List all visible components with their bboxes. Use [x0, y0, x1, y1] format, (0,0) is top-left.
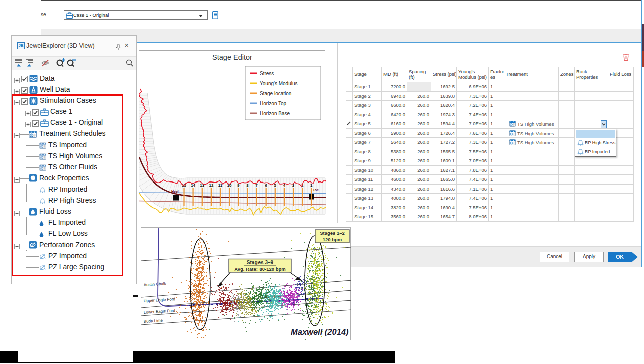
svg-text:7: 7 — [255, 183, 258, 188]
svg-text:Stages 1–2: Stages 1–2 — [320, 230, 345, 236]
svg-text:12: 12 — [209, 183, 213, 188]
svg-text:Toe: Toe — [313, 188, 319, 192]
svg-text:Maxwell (2014): Maxwell (2014) — [291, 327, 349, 336]
svg-text:Avg. Rate: 80-120 bpm: Avg. Rate: 80-120 bpm — [234, 266, 286, 272]
svg-text:1: 1 — [310, 183, 313, 188]
svg-text:Austin Chalk: Austin Chalk — [144, 281, 167, 287]
svg-text:6: 6 — [265, 183, 267, 188]
svg-text:Stages 3–9: Stages 3–9 — [247, 260, 274, 265]
svg-text:Young's Modulus: Young's Modulus — [260, 81, 297, 86]
svg-text:14: 14 — [191, 183, 195, 188]
svg-text:Horizon Base: Horizon Base — [260, 111, 290, 116]
svg-text:Buda Lime: Buda Lime — [144, 318, 163, 324]
svg-text:8: 8 — [246, 183, 249, 188]
svg-text:Stage location: Stage location — [260, 91, 291, 96]
svg-text:Heel: Heel — [171, 190, 179, 193]
svg-text:Stage Editor: Stage Editor — [212, 53, 252, 61]
svg-text:Horizon Top: Horizon Top — [260, 101, 287, 106]
svg-text:120 bpm: 120 bpm — [323, 237, 342, 242]
svg-text:5: 5 — [274, 183, 277, 188]
svg-text:Stress: Stress — [260, 71, 274, 76]
svg-text:Upper Eagle Ford: Upper Eagle Ford — [144, 297, 176, 303]
